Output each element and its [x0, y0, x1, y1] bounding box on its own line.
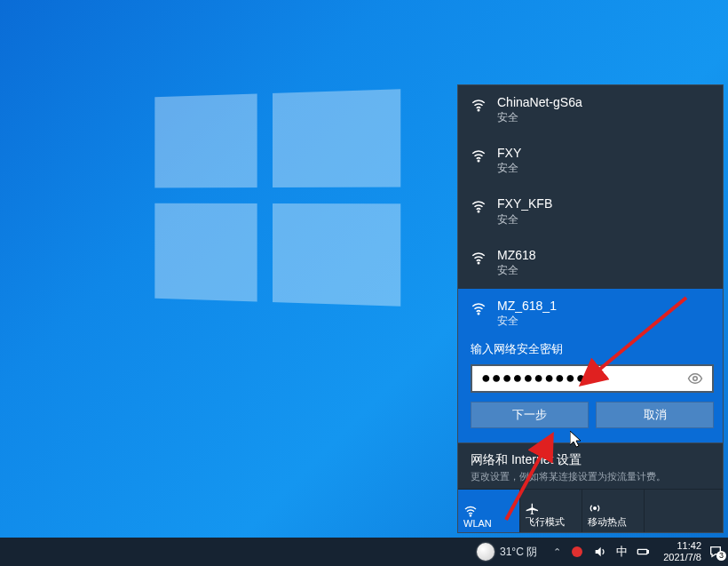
- selected-network-name: MZ_618_1: [497, 298, 557, 314]
- selected-network-status: 安全: [497, 314, 557, 329]
- clock-time: 11:42: [663, 540, 701, 552]
- wifi-icon: [471, 147, 487, 163]
- wifi-icon: [463, 504, 478, 516]
- wifi-icon: [471, 250, 487, 266]
- weather-cloud-icon: [477, 543, 495, 561]
- settings-subtitle: 更改设置，例如将某连接设置为按流量计费。: [471, 470, 710, 483]
- airplane-icon: [526, 501, 540, 514]
- tray-volume-icon[interactable]: [593, 545, 607, 559]
- network-flyout: ChinaNet-gS6a 安全 FXY 安全 FXY_KFB 安全: [457, 84, 724, 533]
- svg-rect-14: [647, 551, 648, 554]
- clock-date: 2021/7/8: [663, 552, 701, 563]
- settings-title: 网络和 Internet 设置: [471, 452, 710, 468]
- svg-rect-13: [638, 549, 648, 554]
- cancel-button[interactable]: 取消: [596, 402, 714, 428]
- password-input-container: [471, 364, 714, 393]
- hotspot-icon: [588, 501, 602, 514]
- svg-point-7: [594, 507, 597, 510]
- tile-airplane-label: 飞行模式: [526, 515, 576, 529]
- network-name: FXY_KFB: [497, 195, 552, 211]
- network-status: 安全: [497, 110, 582, 125]
- network-status: 安全: [497, 161, 521, 176]
- show-password-icon[interactable]: [687, 371, 703, 387]
- wifi-icon: [471, 198, 487, 214]
- taskbar: 31°C 阴 ⌃ 中 11:42 2021/7/8 3: [0, 538, 728, 566]
- network-item-3[interactable]: MZ618 安全: [458, 238, 723, 289]
- tray-overflow-chevron-icon[interactable]: ⌃: [553, 546, 561, 558]
- wifi-icon: [471, 300, 487, 316]
- tile-wlan[interactable]: WLAN: [458, 490, 520, 532]
- taskbar-clock[interactable]: 11:42 2021/7/8: [660, 540, 705, 562]
- record-indicator-icon[interactable]: [570, 545, 584, 559]
- tile-hotspot[interactable]: 移动热点: [582, 490, 645, 532]
- svg-point-3: [478, 262, 479, 264]
- network-name: MZ618: [497, 247, 536, 263]
- svg-point-0: [478, 109, 479, 111]
- tile-hotspot-label: 移动热点: [588, 515, 638, 529]
- weather-text: 31°C 阴: [500, 545, 537, 560]
- svg-point-4: [478, 313, 479, 315]
- network-status: 安全: [497, 212, 552, 227]
- network-name: ChinaNet-gS6a: [497, 94, 582, 110]
- next-button[interactable]: 下一步: [471, 402, 589, 428]
- network-item-1[interactable]: FXY 安全: [458, 136, 723, 187]
- tile-airplane[interactable]: 飞行模式: [520, 490, 582, 532]
- next-button-label: 下一步: [512, 407, 547, 423]
- network-item-selected: MZ_618_1 安全 输入网络安全密钥 中 下一步 取消: [458, 289, 723, 442]
- tray-ime-indicator[interactable]: 中: [616, 544, 628, 560]
- network-item-0[interactable]: ChinaNet-gS6a 安全: [458, 85, 723, 136]
- svg-point-1: [478, 160, 479, 162]
- password-input[interactable]: [481, 369, 687, 387]
- network-status: 安全: [497, 263, 536, 278]
- tile-wlan-label: WLAN: [463, 518, 514, 529]
- network-name: FXY: [497, 145, 521, 161]
- quick-tiles: WLAN 飞行模式 移动热点: [458, 489, 723, 532]
- svg-point-5: [693, 377, 698, 381]
- password-label: 输入网络安全密钥: [471, 341, 714, 357]
- tray-battery-icon[interactable]: [637, 545, 651, 559]
- tray-notifications-icon[interactable]: 3: [708, 545, 723, 559]
- wifi-icon: [471, 97, 487, 113]
- network-settings-link[interactable]: 网络和 Internet 设置 更改设置，例如将某连接设置为按流量计费。: [458, 442, 723, 489]
- cancel-button-label: 取消: [644, 407, 667, 423]
- windows-desktop-logo: [154, 89, 400, 306]
- network-item-2[interactable]: FXY_KFB 安全: [458, 187, 723, 237]
- svg-point-6: [470, 515, 471, 516]
- taskbar-weather[interactable]: 31°C 阴: [470, 543, 544, 561]
- notifications-count: 3: [716, 551, 726, 561]
- svg-point-2: [478, 211, 479, 213]
